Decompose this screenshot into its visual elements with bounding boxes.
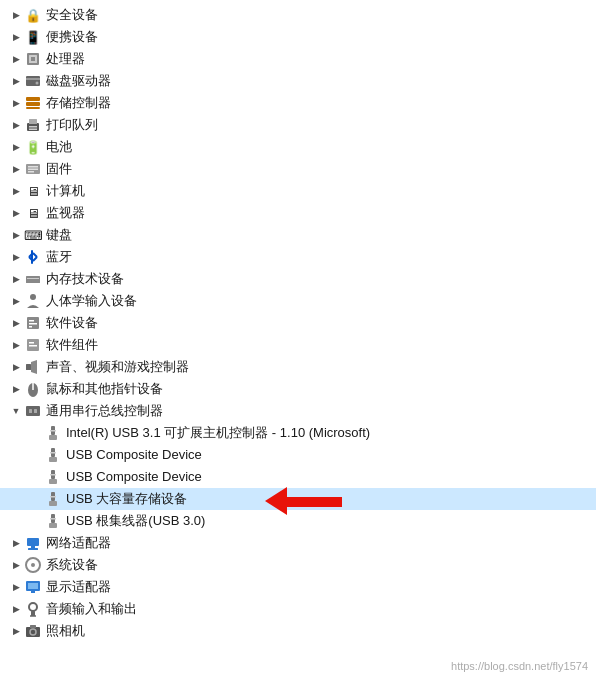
svg-rect-2 xyxy=(31,57,35,61)
tree-item-usb-composite2[interactable]: USB Composite Device xyxy=(0,466,596,488)
tree-item-monitor[interactable]: 🖥监视器 xyxy=(0,202,596,224)
chevron-bluetooth[interactable] xyxy=(8,249,24,265)
chevron-firmware[interactable] xyxy=(8,161,24,177)
tree-item-security[interactable]: 🔒安全设备 xyxy=(0,4,596,26)
svg-rect-39 xyxy=(49,435,57,440)
svg-rect-11 xyxy=(29,126,37,128)
tree-item-keyboard[interactable]: ⌨键盘 xyxy=(0,224,596,246)
icon-software1 xyxy=(24,314,42,332)
chevron-human[interactable] xyxy=(8,293,24,309)
chevron-mouse[interactable] xyxy=(8,381,24,397)
label-portable: 便携设备 xyxy=(46,26,98,48)
tree-item-usb-mass[interactable]: USB 大容量存储设备 xyxy=(0,488,596,510)
svg-rect-55 xyxy=(28,548,38,550)
chevron-keyboard[interactable] xyxy=(8,227,24,243)
chevron-display[interactable] xyxy=(8,579,24,595)
chevron-memory[interactable] xyxy=(8,271,24,287)
tree-item-diskdrive[interactable]: 磁盘驱动器 xyxy=(0,70,596,92)
tree-item-mouse[interactable]: 鼠标和其他指针设备 xyxy=(0,378,596,400)
chevron-computer[interactable] xyxy=(8,183,24,199)
chevron-sound[interactable] xyxy=(8,359,24,375)
label-firmware: 固件 xyxy=(46,158,72,180)
tree-item-computer[interactable]: 🖥计算机 xyxy=(0,180,596,202)
chevron-storage[interactable] xyxy=(8,95,24,111)
watermark-text: https://blog.csdn.net/fly1574 xyxy=(451,660,588,672)
tree-item-usb-composite1[interactable]: USB Composite Device xyxy=(0,444,596,466)
chevron-portable[interactable] xyxy=(8,29,24,45)
chevron-security[interactable] xyxy=(8,7,24,23)
tree-item-bluetooth[interactable]: 蓝牙 xyxy=(0,246,596,268)
tree-item-human[interactable]: 人体学输入设备 xyxy=(0,290,596,312)
svg-rect-31 xyxy=(29,345,37,347)
tree-item-print[interactable]: 打印队列 xyxy=(0,114,596,136)
svg-rect-30 xyxy=(29,342,34,344)
svg-rect-28 xyxy=(29,326,32,328)
tree-item-display[interactable]: 显示适配器 xyxy=(0,576,596,598)
icon-usb-composite1 xyxy=(44,446,62,464)
svg-rect-35 xyxy=(26,406,40,416)
label-sound: 声音、视频和游戏控制器 xyxy=(46,356,189,378)
label-memory: 内存技术设备 xyxy=(46,268,124,290)
svg-rect-4 xyxy=(26,78,40,80)
tree-item-software1[interactable]: 软件设备 xyxy=(0,312,596,334)
chevron-system[interactable] xyxy=(8,557,24,573)
tree-item-audio[interactable]: 音频输入和输出 xyxy=(0,598,596,620)
label-security: 安全设备 xyxy=(46,4,98,26)
svg-rect-49 xyxy=(50,496,56,498)
label-keyboard: 键盘 xyxy=(46,224,72,246)
label-usb-composite1: USB Composite Device xyxy=(66,444,202,466)
tree-item-portable[interactable]: 📱便携设备 xyxy=(0,26,596,48)
svg-rect-14 xyxy=(28,166,38,168)
svg-point-24 xyxy=(30,294,36,300)
svg-rect-10 xyxy=(29,119,37,124)
chevron-software1[interactable] xyxy=(8,315,24,331)
svg-rect-43 xyxy=(50,452,56,454)
icon-display xyxy=(24,578,42,596)
chevron-usb-ctrl[interactable] xyxy=(8,403,24,419)
chevron-network[interactable] xyxy=(8,535,24,551)
tree-item-usb-intel[interactable]: Intel(R) USB 3.1 可扩展主机控制器 - 1.10 (Micros… xyxy=(0,422,596,444)
tree-item-usb-hub[interactable]: USB 根集线器(USB 3.0) xyxy=(0,510,596,532)
tree-item-processor[interactable]: 处理器 xyxy=(0,48,596,70)
chevron-battery[interactable] xyxy=(8,139,24,155)
chevron-monitor[interactable] xyxy=(8,205,24,221)
chevron-software2[interactable] xyxy=(8,337,24,353)
tree-item-camera[interactable]: 照相机 xyxy=(0,620,596,642)
svg-point-5 xyxy=(36,82,39,85)
tree-item-memory[interactable]: 内存技术设备 xyxy=(0,268,596,290)
tree-item-sound[interactable]: 声音、视频和游戏控制器 xyxy=(0,356,596,378)
label-usb-hub: USB 根集线器(USB 3.0) xyxy=(66,510,205,532)
icon-portable: 📱 xyxy=(24,28,42,46)
icon-battery: 🔋 xyxy=(24,138,42,156)
tree-item-usb-ctrl[interactable]: 通用串行总线控制器 xyxy=(0,400,596,422)
tree-item-software2[interactable]: 软件组件 xyxy=(0,334,596,356)
tree-item-battery[interactable]: 🔋电池 xyxy=(0,136,596,158)
label-print: 打印队列 xyxy=(46,114,98,136)
chevron-diskdrive[interactable] xyxy=(8,73,24,89)
chevron-print[interactable] xyxy=(8,117,24,133)
chevron-camera[interactable] xyxy=(8,623,24,639)
label-usb-intel: Intel(R) USB 3.1 可扩展主机控制器 - 1.10 (Micros… xyxy=(66,422,370,444)
svg-rect-17 xyxy=(31,250,33,264)
icon-usb-mass xyxy=(44,490,62,508)
svg-rect-8 xyxy=(26,107,40,109)
label-monitor: 监视器 xyxy=(46,202,85,224)
tree-item-system[interactable]: 系统设备 xyxy=(0,554,596,576)
tree-item-storage[interactable]: 存储控制器 xyxy=(0,92,596,114)
label-display: 显示适配器 xyxy=(46,576,111,598)
icon-keyboard: ⌨ xyxy=(24,226,42,244)
svg-rect-66 xyxy=(30,625,36,628)
chevron-processor[interactable] xyxy=(8,51,24,67)
icon-diskdrive xyxy=(24,72,42,90)
tree-item-network[interactable]: 网络适配器 xyxy=(0,532,596,554)
tree-item-firmware[interactable]: 固件 xyxy=(0,158,596,180)
chevron-audio[interactable] xyxy=(8,601,24,617)
svg-rect-16 xyxy=(28,171,34,173)
icon-network xyxy=(24,534,42,552)
label-usb-mass: USB 大容量存储设备 xyxy=(66,488,187,510)
icon-mouse xyxy=(24,380,42,398)
device-manager-tree: 🔒安全设备📱便携设备处理器磁盘驱动器存储控制器打印队列🔋电池固件🖥计算机🖥监视器… xyxy=(0,0,596,646)
icon-processor xyxy=(24,50,42,68)
svg-rect-45 xyxy=(49,479,57,484)
svg-rect-15 xyxy=(28,169,38,171)
